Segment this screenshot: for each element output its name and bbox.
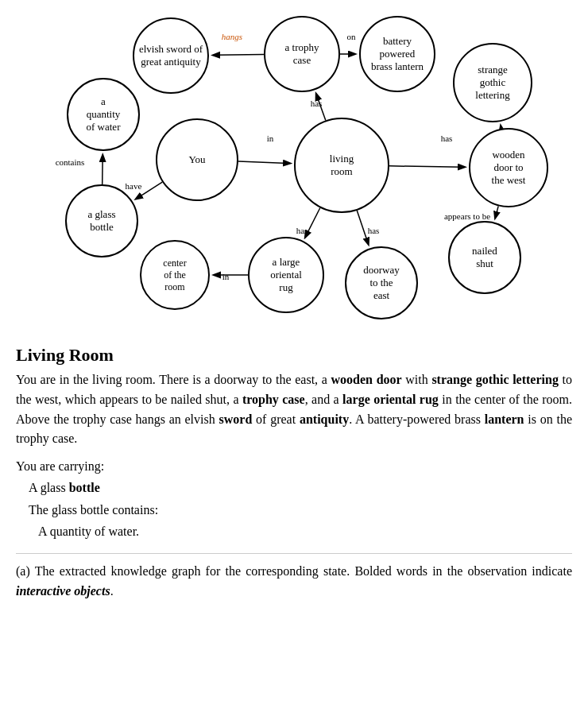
svg-text:in: in (222, 272, 230, 281)
description: You are in the living room. There is a d… (16, 370, 572, 449)
svg-line-4 (306, 208, 320, 236)
node-qty_water: aquantityof water (67, 78, 140, 151)
node-trophy_case: a trophycase (264, 16, 340, 92)
svg-line-0 (238, 161, 288, 163)
svg-line-6 (357, 211, 368, 242)
knowledge-graph: inhashashashasonhangswithappears to beha… (16, 13, 572, 339)
svg-text:has: has (368, 226, 380, 235)
svg-text:appears to be: appears to be (444, 211, 490, 221)
contains-item: A quantity of water. (38, 521, 572, 542)
node-large_rug: a largeorientalrug (248, 237, 324, 313)
node-doorway_east: doorwayto theeast (345, 246, 418, 319)
svg-line-20 (103, 157, 103, 184)
node-center_room: centerof theroom (140, 240, 210, 310)
svg-text:has: has (441, 134, 453, 143)
carrying-label: You are carrying: (16, 455, 572, 477)
contains-label: The glass bottle contains: (29, 499, 572, 521)
carrying-section: You are carrying: A glass bottle The gla… (16, 455, 572, 542)
node-strange_gothic: strangegothiclettering (453, 43, 532, 122)
svg-text:have: have (126, 181, 142, 191)
caption: (a) The extracted knowledge graph for th… (16, 553, 572, 602)
node-glass_bottle: a glassbottle (65, 184, 138, 257)
carrying-item: A glass bottle (29, 477, 572, 498)
svg-text:hangs: hangs (222, 32, 242, 41)
node-you: You (156, 118, 238, 201)
svg-line-12 (215, 55, 264, 56)
node-elvish_sword: elvish sword ofgreat antiquity (133, 17, 209, 94)
svg-line-16 (496, 206, 498, 215)
svg-text:contains: contains (56, 157, 85, 167)
node-wooden_door: woodendoor tothe west (469, 128, 548, 207)
svg-text:has: has (311, 99, 323, 108)
svg-text:in: in (267, 134, 274, 143)
room-title: Living Room (16, 345, 572, 366)
node-battery_lantern: batterypoweredbrass lantern (359, 16, 435, 92)
text-section: Living Room You are in the living room. … (16, 345, 572, 602)
node-living_room: livingroom (294, 118, 389, 213)
svg-text:on: on (347, 32, 357, 41)
svg-text:has: has (296, 226, 308, 235)
node-nailed_shut: nailedshut (448, 221, 521, 294)
svg-line-8 (389, 166, 462, 167)
